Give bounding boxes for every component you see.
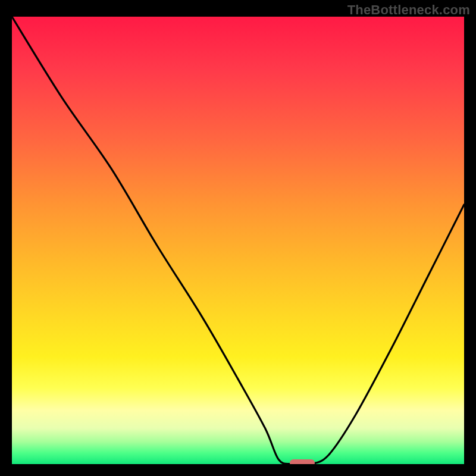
bottleneck-curve-path: [12, 17, 464, 464]
optimal-range-marker: [290, 459, 315, 464]
watermark-text: TheBottleneck.com: [347, 2, 470, 18]
chart-frame: TheBottleneck.com: [0, 0, 476, 476]
bottleneck-curve-svg: [12, 17, 464, 464]
plot-area: [12, 17, 464, 464]
